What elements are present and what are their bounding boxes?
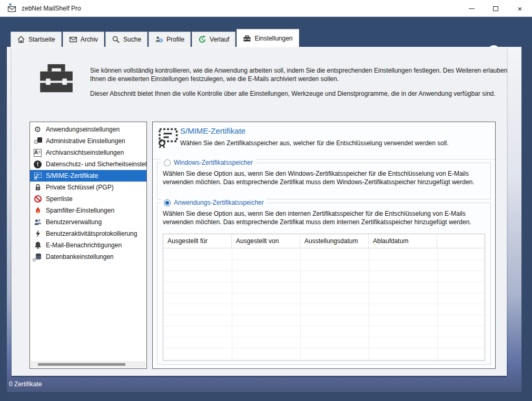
tab-profile[interactable]: Profile — [149, 32, 191, 47]
column-header-ablaufdatum[interactable]: Ablaufdatum — [369, 234, 437, 248]
tab-einstellungen[interactable]: Einstellungen — [237, 29, 299, 47]
minimize-button[interactable] — [459, 0, 484, 17]
option-label: Anwendungs-Zertifikatsspeicher — [174, 199, 264, 206]
privacy-alert-icon: ! — [33, 160, 42, 169]
sidebar-item-benutzerverwaltung[interactable]: Benutzerverwaltung — [30, 216, 146, 228]
sidebar-item-smime-zertifikate[interactable]: S/MIME-Zertifikate — [30, 170, 146, 182]
close-icon: × — [518, 5, 523, 13]
block-icon — [33, 195, 42, 204]
tab-label: Archiv — [81, 36, 98, 43]
settings-list: ⚙ Anwendungseinstellungen ⚙ Administrati… — [30, 122, 146, 263]
flame-icon — [33, 206, 42, 215]
sidebar-item-label: E-Mail-Benachrichtigungen — [46, 242, 122, 249]
search-icon — [112, 35, 120, 44]
table-column-separator — [437, 249, 438, 360]
database-icon: ⚙ — [33, 253, 42, 262]
tab-suche[interactable]: Suche — [105, 32, 147, 47]
windows-store-groupbox: Windows-Zertifikatsspeicher Wählen Sie d… — [157, 163, 491, 199]
gear-icon: ⚙ — [33, 125, 42, 134]
sidebar-item-email-benachrichtigungen[interactable]: E-Mail-Benachrichtigungen — [30, 239, 146, 251]
sidebar-item-label: Private Schlüssel (PGP) — [46, 184, 114, 191]
tab-archiv[interactable]: Archiv — [63, 32, 104, 47]
tab-label: Profile — [166, 36, 184, 43]
page-subtitle: Wählen Sie den Zertifikatsspeicher aus, … — [180, 139, 449, 147]
intro-paragraph-1: Sie können vollständig kontrollieren, wi… — [90, 66, 508, 83]
maximize-icon — [493, 6, 498, 11]
archive-view-icon: A — [33, 148, 42, 157]
option-description: Wählen Sie diese Option aus, wenn Sie de… — [157, 203, 490, 226]
table-body-empty — [163, 249, 485, 360]
envelope-icon — [69, 35, 77, 44]
sidebar-item-private-schluessel-pgp[interactable]: Private Schlüssel (PGP) — [30, 182, 146, 193]
tab-label: Startseite — [28, 36, 55, 43]
tab-startseite[interactable]: Startseite — [11, 32, 62, 47]
admin-gear-icon: ⚙ — [33, 137, 42, 146]
column-header-empty[interactable] — [437, 234, 485, 248]
content-panel: Sie können vollständig kontrollieren, wi… — [12, 47, 507, 376]
home-icon — [17, 35, 25, 44]
tab-label: Suche — [123, 36, 141, 43]
app-logo-icon — [7, 4, 17, 13]
smime-panel: S/MIME-Zertifikate Wählen Sie den Zertif… — [152, 122, 496, 369]
column-header-ausgestellt-von[interactable]: Ausgestellt von — [232, 234, 300, 248]
column-header-ausstellungsdatum[interactable]: Ausstellungsdatum — [300, 234, 369, 248]
settings-sidebar: ⚙ Anwendungseinstellungen ⚙ Administrati… — [29, 122, 147, 369]
column-header-ausgestellt-fuer[interactable]: Ausgestellt für — [163, 234, 232, 248]
application-store-groupbox: Anwendungs-Zertifikatsspeicher Wählen Si… — [157, 203, 491, 365]
maximize-button[interactable] — [484, 0, 508, 17]
minimize-icon — [469, 8, 475, 9]
sidebar-item-label: Spamfilter-Einstellungen — [46, 207, 114, 214]
toolbox-large-icon — [36, 60, 76, 97]
bell-icon — [33, 241, 42, 250]
tab-verlauf[interactable]: Verlauf — [192, 32, 235, 47]
certificate-icon — [33, 172, 42, 181]
page-title: S/MIME-Zertifikate — [180, 126, 245, 135]
radio-checked-icon[interactable] — [164, 199, 171, 206]
lightning-icon — [33, 229, 42, 238]
option-description: Wählen Sie diese Option aus, wenn Sie de… — [157, 163, 490, 186]
scrollbar-thumb[interactable] — [38, 363, 125, 366]
status-count: 0 Zertifikate — [9, 380, 42, 388]
tab-label: Einstellungen — [254, 35, 292, 42]
users-icon — [33, 218, 42, 227]
sidebar-item-label: Benutzeraktivitätsprotokollierung — [46, 230, 137, 237]
certificate-table[interactable]: Ausgestellt für Ausgestellt von Ausstell… — [163, 234, 485, 361]
sidebar-item-label: Anwendungseinstellungen — [46, 126, 120, 133]
window-controls: × — [459, 0, 532, 17]
app-title: zebNet MailShelf Pro — [22, 5, 81, 12]
windows-store-option[interactable]: Windows-Zertifikatsspeicher — [161, 159, 256, 166]
sidebar-item-datenschutz-sicherheit[interactable]: ! Datenschutz- und Sicherheitseinstellun… — [30, 158, 146, 170]
table-column-separator — [369, 249, 369, 360]
history-icon — [198, 35, 206, 44]
titlebar: zebNet MailShelf Pro × — [0, 0, 532, 17]
sidebar-item-archivansichtseinstellungen[interactable]: A Archivansichtseinstellungen — [30, 147, 146, 158]
sidebar-item-datenbankeinstellungen[interactable]: ⚙ Datenbankeinstellungen — [30, 251, 146, 263]
toolbox-icon — [243, 34, 251, 43]
radio-unchecked-icon[interactable] — [164, 159, 171, 166]
sidebar-item-label: Administrative Einstellungen — [46, 137, 125, 145]
tab-label: Verlauf — [210, 36, 229, 43]
tab-strip: Startseite Archiv Suche Profile — [11, 29, 300, 47]
sidebar-item-label: S/MIME-Zertifikate — [46, 172, 98, 179]
sidebar-item-administrative-einstellungen[interactable]: ⚙ Administrative Einstellungen — [30, 135, 146, 147]
sidebar-item-label: Archivansichtseinstellungen — [46, 149, 124, 156]
app-window: zebNet MailShelf Pro × Startseite Archiv — [0, 0, 532, 401]
smime-header: S/MIME-Zertifikate Wählen Sie den Zertif… — [153, 122, 495, 159]
sidebar-item-anwendungseinstellungen[interactable]: ⚙ Anwendungseinstellungen — [30, 124, 146, 135]
sidebar-item-label: Datenschutz- und Sicherheitseinstellunge… — [46, 161, 146, 168]
table-column-separator — [300, 249, 301, 360]
intro-paragraph-2: Dieser Abschnitt bietet Ihnen die volle … — [90, 89, 508, 98]
table-column-separator — [232, 249, 232, 360]
sidebar-item-benutzeraktivitaetsprotokollierung[interactable]: Benutzeraktivitätsprotokollierung — [30, 228, 146, 239]
close-button[interactable]: × — [508, 0, 532, 17]
sidebar-horizontal-scrollbar[interactable] — [31, 361, 146, 368]
sidebar-item-sperrliste[interactable]: Sperrliste — [30, 193, 146, 205]
profiles-icon — [155, 35, 163, 44]
sidebar-item-label: Benutzerverwaltung — [46, 218, 102, 226]
table-header-row: Ausgestellt für Ausgestellt von Ausstell… — [163, 234, 485, 248]
sidebar-item-label: Sperrliste — [46, 195, 73, 203]
tab-bar: Startseite Archiv Suche Profile — [0, 17, 532, 47]
sidebar-item-spamfilter-einstellungen[interactable]: Spamfilter-Einstellungen — [30, 205, 146, 216]
application-store-option[interactable]: Anwendungs-Zertifikatsspeicher — [161, 199, 267, 206]
sidebar-item-label: Datenbankeinstellungen — [46, 253, 114, 260]
